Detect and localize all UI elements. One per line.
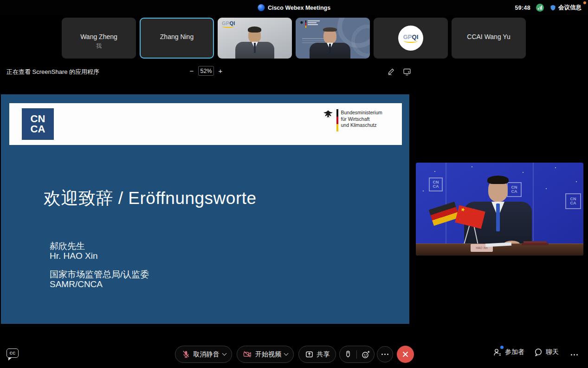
reactions-smiley-icon[interactable] [361,350,370,359]
zoom-level-value[interactable]: 52% [198,66,214,76]
participants-label: 参加者 [505,348,524,356]
chevron-down-icon[interactable] [222,351,226,356]
participant-name: Zhang Ning [141,33,213,40]
leave-meeting-button[interactable] [397,346,414,363]
org-name-cn: 国家市场监管总局/认监委 [50,269,149,279]
view-options-icon[interactable] [403,67,412,76]
gpqi-logo: GPQI [398,26,423,51]
chat-label: 聊天 [546,348,559,356]
participant-tile-video-bmwk-speaker[interactable] [296,18,370,59]
speaker-name-de: Hr. HAO Xin [50,251,97,261]
webex-window: Cisco Webex Meetings 59:48 会议信息 Wang Zhe… [0,0,588,368]
zoom-in-button[interactable]: + [216,67,225,75]
participant-tile-ccai-wang-yu[interactable]: CCAI Wang Yu [452,18,526,59]
books [522,243,549,245]
participant-name: CCAI Wang Yu [452,33,526,40]
speaker-name-cn: 郝欣先生 [50,241,97,251]
screenshare-status-text: 正在查看 ScreenShare 的应用程序 [6,68,99,76]
app-title: Cisco Webex Meetings [268,5,330,11]
recorder-reactions-group [339,346,375,363]
closed-captions-button[interactable]: CC [6,348,19,358]
more-options-button[interactable] [377,346,393,362]
more-panels-button[interactable] [567,349,581,360]
chat-bubble-icon [534,348,543,357]
participants-notification-dot [500,346,504,349]
bmwk-logo [299,20,320,28]
slide-title: 欢迎致辞 / Eröffnungsworte [44,187,257,210]
start-video-button[interactable]: 开始视频 [237,346,294,363]
more-icon [571,354,572,355]
org-name-en: SAMR/CNCA [50,279,149,289]
microphone-muted-icon [181,350,190,359]
share-label: 共享 [317,350,330,359]
bmwk-logo: Bundesministerium für Wirtschaft und Kli… [323,109,382,131]
webex-logo-icon [258,4,265,11]
unmute-button[interactable]: 取消静音 [175,346,232,363]
meeting-info-button[interactable]: 会议信息 [549,4,582,12]
eagle-icon [299,20,304,25]
participants-button[interactable]: 参加者 [493,348,524,357]
person-hair [323,27,337,32]
person-hair [487,176,509,184]
zoom-out-button[interactable]: − [187,67,196,75]
chevron-down-icon[interactable] [284,351,289,356]
chat-button[interactable]: 聊天 [534,348,559,357]
person-hair [248,26,261,33]
recording-dot [583,1,586,4]
cnca-watermark: CNCA [429,177,443,191]
slide-header-band: CNCA Bundesministerium für Wirtschaft un… [9,103,402,145]
recorder-icon[interactable] [344,350,352,359]
menubar: Cisco Webex Meetings 59:48 会议信息 [0,0,588,15]
camera-off-icon [243,350,252,359]
meeting-info-label: 会议信息 [558,4,582,12]
selfview-video: CNCA CNCA CNCA ★ HAO Xin [416,163,583,256]
participant-name: Wang Zheng [62,33,136,40]
participant-tile-wang-zheng[interactable]: Wang Zheng 我 [62,18,136,59]
unmute-label: 取消静音 [194,350,220,359]
cnca-watermark: CNCA [507,182,522,197]
gpqi-logo: GPQI [222,20,235,28]
participant-tile-video-gpqi-speaker[interactable]: GPQI [218,18,292,59]
participant-tile-gpqi-logo[interactable]: GPQI [374,18,448,59]
participant-me-label: 我 [62,42,136,50]
shield-icon [549,4,556,12]
start-video-label: 开始视频 [255,350,281,359]
more-icon [381,354,383,355]
close-x-icon [402,351,408,357]
app-title-group: Cisco Webex Meetings [258,0,330,15]
participant-tile-zhang-ning[interactable]: Zhang Ning [140,18,214,59]
share-button[interactable]: 共享 [298,346,336,363]
annotate-pen-icon[interactable] [387,67,395,76]
eagle-icon [323,109,334,119]
cnca-logo: CNCA [22,108,54,140]
floating-video-window[interactable]: CNCA CNCA CNCA ★ HAO Xin [413,160,586,258]
participants-icon [493,348,502,357]
share-screen-icon [305,350,314,359]
cnca-watermark: CNCA [565,193,581,209]
meeting-timer: 59:48 [515,5,530,11]
audio-connected-icon[interactable] [536,4,544,12]
shared-screen-slide: CNCA Bundesministerium für Wirtschaft un… [1,94,409,324]
